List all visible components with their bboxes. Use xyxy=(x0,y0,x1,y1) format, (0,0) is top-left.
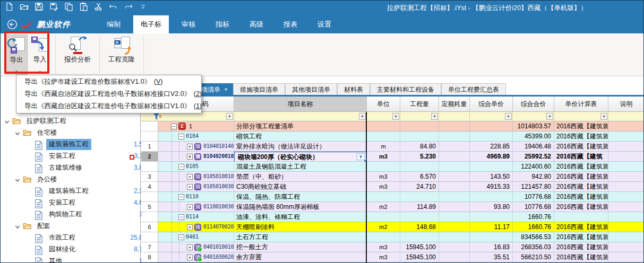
cell-unit[interactable]: m2 xyxy=(367,202,400,212)
cell-calc[interactable]: 2016西藏【建筑装 xyxy=(554,242,608,252)
cell-qty[interactable]: 5.230 xyxy=(400,152,439,162)
menu-item-export[interactable]: 导出《西藏自治区建设工程造价电子数据标准接口V2.0》 2 xyxy=(16,88,201,100)
cell-note[interactable] xyxy=(608,162,644,172)
row-number-cell[interactable] xyxy=(141,132,158,142)
cell-total[interactable]: 566210.50 xyxy=(513,252,554,262)
row-number-cell[interactable]: 5 xyxy=(141,202,158,212)
row-number-cell[interactable]: 4 xyxy=(141,182,158,192)
cell-code[interactable]: +清✓040101001001 xyxy=(158,242,234,252)
cell-unit[interactable]: m xyxy=(367,142,400,152)
cell-quota[interactable] xyxy=(439,121,470,132)
cell-name[interactable]: 砌块墙200厚（砼实心砌块）∨ xyxy=(234,152,367,162)
filter-dropdown-button[interactable]: ▼ xyxy=(505,113,512,120)
cell-total[interactable]: 1660.76 xyxy=(513,212,554,222)
cell-total[interactable]: 268356.03 xyxy=(513,242,554,252)
dropdown-arrow-icon[interactable]: ▾ xyxy=(6,69,27,74)
cell-note[interactable] xyxy=(608,152,644,162)
cell-price[interactable] xyxy=(470,162,513,172)
cell-qty[interactable] xyxy=(400,212,439,222)
cell-price[interactable] xyxy=(470,192,513,202)
cell-quota[interactable] xyxy=(439,212,470,222)
cell-price[interactable]: 16.83 xyxy=(470,242,513,252)
filter-dropdown-button[interactable]: ▼ xyxy=(546,113,553,120)
cell-calc[interactable]: 2016西藏【建筑装 xyxy=(554,252,608,262)
ribbon-button-报价分析[interactable]: 报价分析 xyxy=(60,34,95,75)
cell-name[interactable]: 砌筑工程 xyxy=(234,132,367,142)
header-cell-qty[interactable]: 工程量 xyxy=(400,97,439,112)
cell-unit[interactable] xyxy=(367,121,400,132)
cell-calc[interactable]: 2016西藏【建筑 xyxy=(554,152,608,162)
cell-quota[interactable] xyxy=(439,152,470,162)
save-icon[interactable] xyxy=(35,2,44,11)
filter-dropdown-button[interactable]: ▼ xyxy=(392,113,399,120)
header-cell-name[interactable]: 项目名称 xyxy=(234,97,367,112)
filter-dropdown-button[interactable]: ▼ xyxy=(226,113,233,120)
cell-calc[interactable]: 2016西藏【建筑装 xyxy=(554,142,608,152)
cell-total[interactable]: 19406.48 xyxy=(513,142,554,152)
cell-note[interactable] xyxy=(608,142,644,152)
filter-dropdown-button[interactable]: ▼ xyxy=(359,113,366,120)
cell-code[interactable]: −0105 xyxy=(158,162,234,172)
cell-code[interactable]: +清011001003001 xyxy=(158,202,234,212)
collapse-expander-icon[interactable]: − xyxy=(178,164,184,170)
cell-name[interactable]: 垫层（中、粗砂） xyxy=(234,172,367,182)
cell-calc[interactable]: 2016西藏【建筑装 xyxy=(554,172,608,182)
cell-quota[interactable] xyxy=(439,202,470,212)
cell-price[interactable]: 143.50 xyxy=(470,172,513,182)
cell-name[interactable]: 挖一般土方 xyxy=(234,242,367,252)
ribbon-button-导出[interactable]: 导出▾ xyxy=(5,34,28,75)
chevron-down-icon[interactable] xyxy=(4,118,10,124)
cell-quota[interactable] xyxy=(439,222,470,232)
tree-item-配套[interactable]: 配套 xyxy=(1,220,154,232)
row-number-cell[interactable] xyxy=(141,232,158,242)
cell-code[interactable]: −0114 xyxy=(158,212,234,222)
header-cell-note[interactable]: 说明 xyxy=(608,97,644,112)
row-number-cell[interactable]: 2 xyxy=(141,152,158,162)
tree-item-办公楼[interactable]: 办公楼 xyxy=(1,173,154,185)
ribbon-tab-编制[interactable]: 编制 xyxy=(99,15,128,33)
redo-icon[interactable] xyxy=(124,2,133,11)
cell-price[interactable] xyxy=(470,212,513,222)
cell-qty[interactable] xyxy=(400,162,439,172)
cell-price[interactable] xyxy=(470,232,513,242)
cell-name[interactable]: 天棚喷刷涂料 xyxy=(234,222,367,232)
cell-code[interactable]: +清010401014001 xyxy=(158,142,234,152)
cell-calc[interactable]: 2016西藏【建筑装 xyxy=(554,192,608,202)
cell-note[interactable] xyxy=(608,222,644,232)
cell-qty[interactable]: 15945.100 xyxy=(400,252,439,262)
cell-name[interactable]: 土石方工程 xyxy=(234,232,367,242)
table-row[interactable]: 5+清011001003001保温隔热墙面 80mm厚岩棉板m2114.8993… xyxy=(141,202,644,212)
ribbon-button-工程克隆[interactable]: 工程克隆 xyxy=(104,34,139,75)
cell-qty[interactable] xyxy=(400,132,439,142)
chevron-down-icon[interactable]: ▼ xyxy=(224,84,228,95)
cell-price[interactable]: 93.80 xyxy=(470,202,513,212)
cell-code[interactable]: +清010501001001 xyxy=(158,172,234,182)
cell-qty[interactable] xyxy=(400,232,439,242)
table-row[interactable]: 6+清011407002001天棚喷刷涂料m2148.6811.171660.7… xyxy=(141,222,644,232)
filter-cell-calc[interactable]: ▼ xyxy=(554,112,608,121)
row-number-cell[interactable]: 6 xyxy=(141,222,158,232)
cell-note[interactable] xyxy=(608,132,644,142)
cell-unit[interactable]: m3 xyxy=(367,172,400,182)
cell-total[interactable]: 45399.00 xyxy=(513,132,554,142)
collapse-expander-icon[interactable]: − xyxy=(178,234,184,240)
cell-note[interactable] xyxy=(608,202,644,212)
cell-name[interactable]: 油漆、涂料、裱糊工程 xyxy=(234,212,367,222)
cell-note[interactable] xyxy=(608,212,644,222)
grid-tab-措施项目清单[interactable]: 措施项目清单 xyxy=(233,83,285,95)
customize-toolbar-icon[interactable] xyxy=(139,2,148,11)
filter-funnel-icon[interactable] xyxy=(153,113,162,122)
table-row[interactable]: −0114油漆、涂料、裱糊工程1660.76 xyxy=(141,212,644,222)
cell-unit[interactable] xyxy=(367,132,400,142)
ribbon-tab-设置[interactable]: 设置 xyxy=(310,15,339,33)
header-cell-calc[interactable]: 单价计算表 xyxy=(554,97,608,112)
ribbon-tab-高级[interactable]: 高级 xyxy=(242,15,271,33)
filter-dropdown-button[interactable]: ▼ xyxy=(600,113,607,120)
cell-price[interactable] xyxy=(470,121,513,132)
new-file-icon[interactable] xyxy=(5,2,14,11)
cell-unit[interactable] xyxy=(367,192,400,202)
cell-qty[interactable]: 6.570 xyxy=(400,172,439,182)
cell-price[interactable]: 4969.89 xyxy=(470,152,513,162)
cell-unit[interactable]: m3 xyxy=(367,152,400,162)
row-number-cell[interactable]: 8 xyxy=(141,252,158,262)
